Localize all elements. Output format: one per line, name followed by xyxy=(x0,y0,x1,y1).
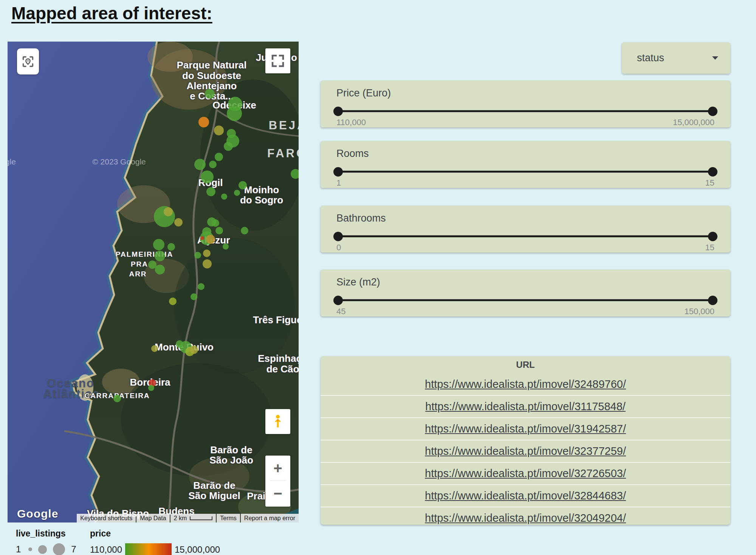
chevron-down-icon xyxy=(712,56,718,60)
listing-dot[interactable] xyxy=(191,293,197,300)
pegman-icon xyxy=(270,413,286,430)
listing-dot[interactable] xyxy=(151,345,158,352)
listing-url-link[interactable]: https://www.idealista.pt/imovel/31942587… xyxy=(425,423,626,435)
url-column-header: URL xyxy=(321,356,730,374)
listing-dot[interactable] xyxy=(174,218,183,226)
table-row: https://www.idealista.pt/imovel/32726503… xyxy=(321,462,730,484)
listing-dot[interactable] xyxy=(155,251,165,261)
legend-price: price 110,000 15,000,000 xyxy=(90,529,220,555)
slider-track[interactable] xyxy=(338,110,713,112)
slider-title: Price (Euro) xyxy=(321,81,730,99)
zoom-out-button[interactable]: − xyxy=(265,481,290,506)
status-dropdown[interactable]: status xyxy=(622,42,730,74)
slider-handle-min[interactable] xyxy=(333,232,343,241)
listing-url-link[interactable]: https://www.idealista.pt/imovel/32726503… xyxy=(425,467,626,480)
listing-dot[interactable] xyxy=(190,346,198,354)
listing-dot[interactable] xyxy=(241,227,248,234)
map-scale-label: 2 km xyxy=(174,515,187,522)
slider-track[interactable] xyxy=(338,299,713,301)
listing-dot[interactable] xyxy=(201,171,214,183)
slider-handle-max[interactable] xyxy=(708,232,717,241)
listing-dot[interactable] xyxy=(214,126,224,135)
map-canvas[interactable]: Parque Naturaldo SudoesteAlentejanoe Cos… xyxy=(8,42,299,522)
listing-dot[interactable] xyxy=(155,265,165,274)
listing-url-link[interactable]: https://www.idealista.pt/imovel/32377259… xyxy=(425,445,626,457)
listing-dot[interactable] xyxy=(239,181,247,189)
map-attribution-bar: Keyboard shortcuts Map Data 2 km Terms R… xyxy=(76,514,299,522)
listing-dot[interactable] xyxy=(206,187,215,196)
legend-size-title: live_listings xyxy=(16,529,76,539)
listing-dot[interactable] xyxy=(194,252,201,259)
listing-dot[interactable] xyxy=(153,239,164,250)
listing-dot[interactable] xyxy=(224,142,233,151)
slider-max-label: 15,000,000 xyxy=(673,118,714,127)
slider-track[interactable] xyxy=(338,171,713,173)
url-rows: https://www.idealista.pt/imovel/32489760… xyxy=(321,374,730,525)
street-view-pegman-button[interactable] xyxy=(265,409,290,434)
slider-min-label: 0 xyxy=(336,243,341,253)
range-slider[interactable] xyxy=(338,167,713,176)
listing-dot[interactable] xyxy=(209,161,217,168)
listing-url-link[interactable]: https://www.idealista.pt/imovel/32049204… xyxy=(425,512,626,524)
fullscreen-icon xyxy=(270,53,286,69)
slider-handle-max[interactable] xyxy=(708,107,717,116)
slider-handle-min[interactable] xyxy=(333,107,343,116)
listing-dot[interactable] xyxy=(113,395,121,402)
listing-dot[interactable] xyxy=(167,243,175,251)
fullscreen-button[interactable] xyxy=(265,48,290,73)
listing-dot[interactable] xyxy=(205,89,215,99)
page-title: Mapped area of interest: xyxy=(11,3,212,23)
listing-dot[interactable] xyxy=(221,194,227,200)
listing-dot[interactable] xyxy=(200,236,204,240)
range-slider[interactable] xyxy=(338,107,713,116)
price-gradient-bar xyxy=(125,543,172,555)
pan-to-area-button[interactable] xyxy=(17,48,39,74)
filter-slider-card: Price (Euro) 110,000 15,000,000 xyxy=(321,81,730,127)
slider-handle-max[interactable] xyxy=(708,167,717,177)
status-dropdown-label: status xyxy=(637,52,664,64)
scale-bar xyxy=(190,516,212,520)
filter-slider-card: Rooms 1 15 xyxy=(321,141,730,188)
zoom-control[interactable]: + − xyxy=(265,456,290,507)
listing-dot[interactable] xyxy=(212,219,219,227)
slider-title: Rooms xyxy=(321,141,730,160)
listing-dot[interactable] xyxy=(198,283,204,290)
listing-url-link[interactable]: https://www.idealista.pt/imovel/31175848… xyxy=(425,400,626,413)
slider-track[interactable] xyxy=(338,236,713,237)
listing-dot[interactable] xyxy=(148,385,154,391)
listing-dot[interactable] xyxy=(194,159,206,170)
map-area-pin-icon xyxy=(20,54,36,69)
slider-range-labels: 0 15 xyxy=(336,243,714,253)
listing-dot[interactable] xyxy=(164,207,173,216)
terms-link[interactable]: Terms xyxy=(217,514,240,522)
table-row: https://www.idealista.pt/imovel/31175848… xyxy=(321,395,730,417)
listing-dot[interactable] xyxy=(169,298,177,305)
listing-dot[interactable] xyxy=(203,259,212,268)
legend-dot-small xyxy=(28,547,32,551)
map-data-link[interactable]: Map Data xyxy=(136,514,169,522)
listing-dot[interactable] xyxy=(223,243,229,250)
map-scale: 2 km xyxy=(170,514,216,522)
listing-dot[interactable] xyxy=(291,169,299,179)
listing-url-link[interactable]: https://www.idealista.pt/imovel/32844683… xyxy=(425,490,626,502)
table-row: https://www.idealista.pt/imovel/32844683… xyxy=(321,484,730,507)
range-slider[interactable] xyxy=(338,232,713,241)
slider-handle-min[interactable] xyxy=(333,167,343,177)
listing-url-link[interactable]: https://www.idealista.pt/imovel/32489760… xyxy=(425,378,626,391)
listing-dot[interactable] xyxy=(227,106,242,121)
listing-dot[interactable] xyxy=(234,190,240,196)
range-slider[interactable] xyxy=(338,296,713,305)
listing-dot[interactable] xyxy=(198,117,209,127)
zoom-in-button[interactable]: + xyxy=(265,456,290,481)
listing-dot[interactable] xyxy=(215,227,223,234)
slider-max-label: 15 xyxy=(705,243,714,253)
legend-live-listings: live_listings 1 7 xyxy=(16,529,76,555)
slider-handle-max[interactable] xyxy=(708,296,717,305)
listing-dot[interactable] xyxy=(206,235,215,244)
report-map-error-link[interactable]: Report a map error xyxy=(241,514,299,522)
listing-dot[interactable] xyxy=(215,153,223,161)
keyboard-shortcuts-link[interactable]: Keyboard shortcuts xyxy=(77,514,136,522)
listing-dot[interactable] xyxy=(203,250,211,257)
table-row: https://www.idealista.pt/imovel/31942587… xyxy=(321,417,730,440)
slider-handle-min[interactable] xyxy=(333,296,343,305)
